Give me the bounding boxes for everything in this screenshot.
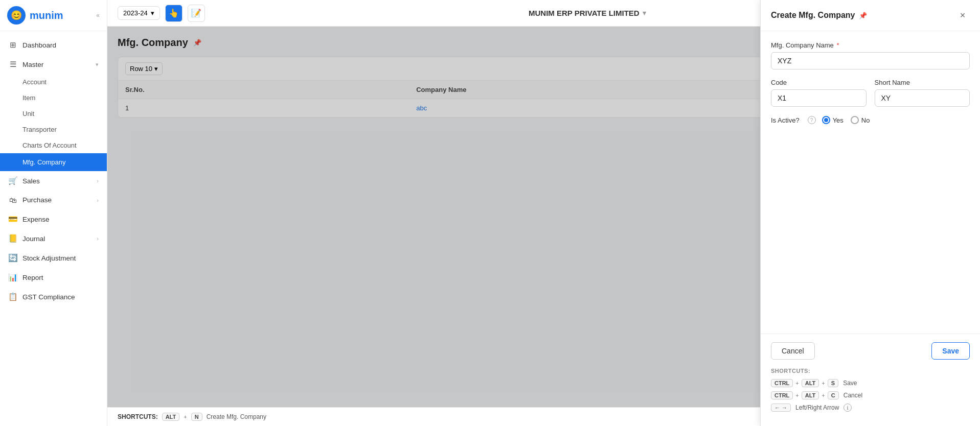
shortcut-cancel-row: CTRL + ALT + C Cancel <box>771 391 970 399</box>
collapse-sidebar-button[interactable]: « <box>96 12 100 19</box>
is-active-label: Is Active? <box>771 116 800 124</box>
sidebar-item-label: Expense <box>22 216 50 223</box>
dashboard-icon: ⊞ <box>8 40 17 50</box>
no-radio-option[interactable]: No <box>851 116 870 124</box>
shortcut-arrow-row: ← → Left/Right Arrow ℹ <box>771 404 970 412</box>
yes-radio-circle <box>822 116 830 124</box>
c-key: C <box>828 391 839 399</box>
chevron-right-icon: › <box>97 235 99 242</box>
sidebar-logo-area: 😊 munim « <box>0 0 107 31</box>
sidebar-item-charts-of-account[interactable]: Charts Of Account <box>0 137 107 153</box>
munim-logo-icon: 😊 <box>7 6 26 25</box>
sidebar-item-gst-compliance[interactable]: 📋 GST Compliance <box>0 287 107 306</box>
short-name-input[interactable] <box>875 89 970 107</box>
arrow-key: ← → <box>771 404 791 412</box>
company-name: MUNIM ERP PRIVATE LIMITED ▾ <box>529 9 646 17</box>
year-selector[interactable]: 2023-24 ▾ <box>118 6 160 20</box>
sidebar-item-purchase[interactable]: 🛍 Purchase › <box>0 191 107 209</box>
sidebar-item-report[interactable]: 📊 Report <box>0 268 107 287</box>
is-active-radio-group: Yes No <box>822 116 870 124</box>
code-shortname-row: Code Short Name <box>771 79 970 116</box>
code-input[interactable] <box>771 89 867 107</box>
report-icon: 📊 <box>8 273 17 282</box>
n-key: N <box>191 413 202 421</box>
master-icon: ☰ <box>8 60 17 69</box>
chevron-right-icon: › <box>97 178 99 184</box>
company-name-label: Mfg. Company Name * <box>771 41 970 49</box>
sidebar-item-label: Purchase <box>22 196 52 204</box>
chevron-down-icon: ▾ <box>151 9 154 17</box>
sidebar-item-dashboard[interactable]: ⊞ Dashboard <box>0 35 107 55</box>
sidebar-item-transporter[interactable]: Transporter <box>0 122 107 137</box>
arrow-shortcut-desc: Left/Right Arrow <box>795 404 839 411</box>
sidebar-item-stock-adjustment[interactable]: 🔄 Stock Adjustment <box>0 248 107 268</box>
edit-button[interactable]: 📝 <box>188 5 205 22</box>
logo: 😊 munim <box>7 6 63 25</box>
no-radio-circle <box>851 116 859 124</box>
cancel-button[interactable]: Cancel <box>771 342 815 360</box>
alt-key: ALT <box>802 391 819 399</box>
gst-icon: 📋 <box>8 292 17 301</box>
company-name-input[interactable] <box>771 52 970 69</box>
create-mfg-company-panel: Create Mfg. Company 📌 × Mfg. Company Nam… <box>760 0 980 426</box>
purchase-icon: 🛍 <box>8 196 17 204</box>
ctrl-key: CTRL <box>771 391 793 399</box>
sidebar-item-label: Dashboard <box>22 41 56 49</box>
sidebar: 😊 munim « ⊞ Dashboard ☰ Master ▾ Account… <box>0 0 107 426</box>
sidebar-item-label: Journal <box>22 235 45 243</box>
sidebar-item-journal[interactable]: 📒 Journal › <box>0 229 107 248</box>
sidebar-item-item[interactable]: Item <box>0 90 107 106</box>
sidebar-item-label: Master <box>22 61 43 68</box>
sidebar-item-unit[interactable]: Unit <box>0 106 107 122</box>
panel-title: Create Mfg. Company 📌 <box>771 11 867 20</box>
journal-icon: 📒 <box>8 234 17 243</box>
panel-body: Mfg. Company Name * Code Short Name Is A… <box>761 31 980 334</box>
panel-pin-icon[interactable]: 📌 <box>859 12 867 19</box>
sidebar-item-label: Report <box>22 274 43 281</box>
short-name-label: Short Name <box>875 79 970 86</box>
shortcut-description: Create Mfg. Company <box>207 413 266 420</box>
alt-key: ALT <box>802 379 819 387</box>
arrow-help-icon[interactable]: ℹ <box>844 404 852 412</box>
panel-shortcuts-title: SHORTCUTS: <box>771 368 970 374</box>
code-label: Code <box>771 79 867 86</box>
shortcuts-label: SHORTCUTS: <box>118 413 158 420</box>
touch-button[interactable]: 👆 <box>165 5 183 22</box>
close-panel-button[interactable]: × <box>955 8 970 22</box>
app-name: munim <box>30 10 63 21</box>
sidebar-item-master[interactable]: ☰ Master ▾ <box>0 55 107 74</box>
is-active-help-icon[interactable]: ? <box>808 116 816 124</box>
company-name-field-group: Mfg. Company Name * <box>771 41 970 69</box>
panel-actions: Cancel Save <box>761 334 980 368</box>
chevron-down-icon[interactable]: ▾ <box>643 9 646 17</box>
sidebar-item-mfg-company[interactable]: Mfg. Company <box>0 153 107 171</box>
sidebar-item-sales[interactable]: 🛒 Sales › <box>0 171 107 191</box>
chevron-right-icon: › <box>97 197 99 203</box>
save-shortcut-desc: Save <box>843 380 857 387</box>
expense-icon: 💳 <box>8 215 17 224</box>
sidebar-item-label: Stock Adjustment <box>22 254 76 262</box>
alt-key: ALT <box>162 413 180 421</box>
sidebar-item-account[interactable]: Account <box>0 74 107 90</box>
yes-radio-option[interactable]: Yes <box>822 116 844 124</box>
stock-icon: 🔄 <box>8 253 17 263</box>
panel-header: Create Mfg. Company 📌 × <box>761 0 980 31</box>
sidebar-item-expense[interactable]: 💳 Expense <box>0 209 107 229</box>
panel-shortcuts-section: SHORTCUTS: CTRL + ALT + S Save CTRL + AL… <box>761 368 980 426</box>
sidebar-nav: ⊞ Dashboard ☰ Master ▾ Account Item Unit… <box>0 31 107 311</box>
sidebar-item-label: Sales <box>22 177 40 185</box>
sidebar-item-label: Mfg. Company <box>22 158 66 166</box>
chevron-down-icon: ▾ <box>96 61 99 68</box>
is-active-row: Is Active? ? Yes No <box>771 116 970 124</box>
s-key: S <box>828 379 838 387</box>
short-name-field-group: Short Name <box>875 79 970 107</box>
sales-icon: 🛒 <box>8 176 17 185</box>
cancel-shortcut-desc: Cancel <box>844 392 862 399</box>
save-button[interactable]: Save <box>931 342 970 360</box>
code-field-group: Code <box>771 79 867 107</box>
ctrl-key: CTRL <box>771 379 793 387</box>
required-indicator: * <box>836 41 839 49</box>
shortcut-save-row: CTRL + ALT + S Save <box>771 379 970 387</box>
sidebar-item-label: GST Compliance <box>22 293 75 301</box>
